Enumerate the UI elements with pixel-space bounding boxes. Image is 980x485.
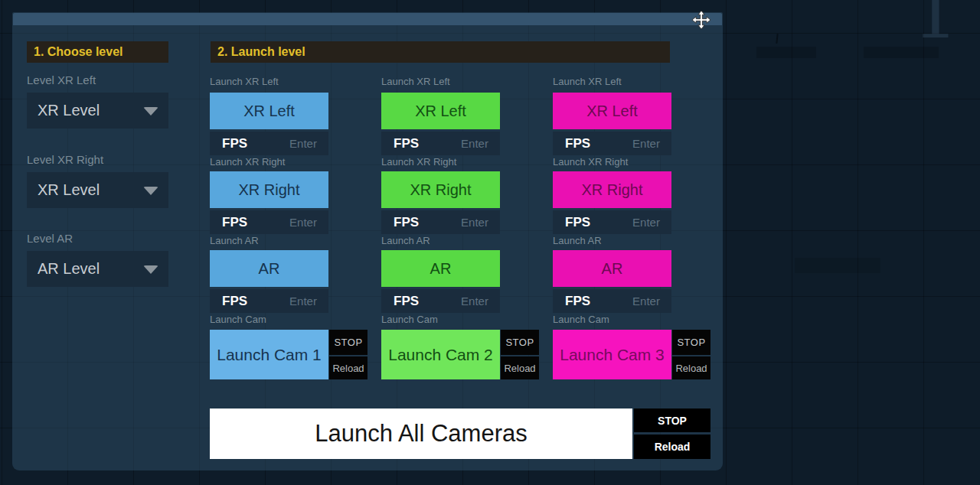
launch-xr-right-label: Launch XR Right (210, 156, 285, 168)
level-ar-label: Level AR (27, 232, 73, 245)
launch-level-header: 2. Launch level (211, 41, 670, 63)
launch-cam-1-button[interactable]: Launch Cam 1 (210, 330, 328, 379)
level-ar-value: AR Level (38, 260, 100, 278)
level-xr-right-label: Level XR Right (27, 153, 103, 166)
chevron-down-icon (143, 187, 158, 195)
fps-input-ar-green[interactable] (452, 291, 498, 311)
reload-cam-2-button[interactable]: Reload (501, 356, 539, 379)
fps-row: FPS (381, 289, 500, 313)
fps-row: FPS (553, 210, 671, 234)
level-xr-right-dropdown[interactable]: XR Level (27, 172, 168, 208)
launch-cam-label: Launch Cam (210, 314, 266, 325)
fps-row: FPS (210, 289, 328, 313)
level-xr-left-dropdown[interactable]: XR Level (27, 93, 168, 129)
xr-right-button-blue[interactable]: XR Right (210, 171, 328, 208)
launch-xr-left-label: Launch XR Left (210, 76, 279, 87)
level-ar-dropdown[interactable]: AR Level (27, 251, 168, 287)
stop-all-cameras-button[interactable]: STOP (634, 409, 710, 432)
launch-ar-label: Launch AR (381, 235, 430, 246)
background-artifact-band (756, 47, 816, 58)
fps-input-xr-left-blue[interactable] (280, 133, 326, 154)
launch-xr-left-label: Launch XR Left (381, 76, 450, 87)
fps-input-ar-blue[interactable] (280, 291, 326, 311)
fps-row: FPS (210, 210, 328, 234)
background-artifact-band (864, 47, 939, 58)
launch-cam-label: Launch Cam (381, 314, 438, 325)
xr-right-button-green[interactable]: XR Right (381, 171, 500, 208)
launch-cam-label: Launch Cam (553, 314, 609, 325)
stop-cam-1-button[interactable]: STOP (329, 330, 368, 355)
level-xr-left-label: Level XR Left (27, 73, 96, 86)
ar-button-blue[interactable]: AR (210, 250, 328, 287)
launch-xr-left-label: Launch XR Left (553, 76, 622, 87)
xr-left-button-magenta[interactable]: XR Left (553, 93, 671, 129)
fps-row: FPS (381, 210, 500, 234)
fps-label: FPS (394, 215, 419, 230)
reload-all-cameras-button[interactable]: Reload (634, 435, 710, 459)
fps-label: FPS (394, 294, 419, 309)
level-xr-left-value: XR Level (38, 102, 100, 119)
background-watermark-1: 1 (913, 0, 959, 49)
ar-button-green[interactable]: AR (381, 250, 500, 287)
fps-input-xr-right-blue[interactable] (280, 212, 326, 233)
fps-input-xr-right-green[interactable] (452, 212, 498, 233)
launcher-panel: 1. Choose level Level XR Left XR Level L… (12, 12, 723, 470)
xr-left-button-green[interactable]: XR Left (381, 93, 500, 129)
fps-row: FPS (553, 132, 671, 155)
fps-label: FPS (222, 136, 247, 151)
fps-input-xr-left-green[interactable] (452, 133, 498, 154)
fps-label: FPS (565, 215, 590, 230)
launch-all-cameras-button[interactable]: Launch All Cameras (210, 409, 632, 459)
fps-row: FPS (210, 132, 328, 155)
fps-label: FPS (565, 136, 590, 151)
xr-right-button-magenta[interactable]: XR Right (553, 171, 671, 208)
fps-label: FPS (565, 294, 590, 309)
launch-ar-label: Launch AR (553, 235, 602, 246)
fps-label: FPS (222, 294, 247, 309)
chevron-down-icon (143, 107, 158, 116)
launch-ar-label: Launch AR (210, 235, 259, 246)
fps-label: FPS (394, 136, 419, 151)
xr-left-button-blue[interactable]: XR Left (210, 93, 328, 129)
window-drag-bar[interactable] (13, 13, 722, 25)
launch-cam-3-button[interactable]: Launch Cam 3 (553, 330, 671, 379)
launch-cam-2-button[interactable]: Launch Cam 2 (381, 330, 500, 379)
fps-input-ar-magenta[interactable] (623, 291, 669, 311)
text-cursor-artifact (776, 34, 778, 44)
ar-button-magenta[interactable]: AR (553, 250, 671, 287)
reload-cam-3-button[interactable]: Reload (672, 356, 710, 379)
reload-cam-1-button[interactable]: Reload (329, 356, 368, 379)
fps-input-xr-left-magenta[interactable] (623, 133, 669, 154)
fps-row: FPS (553, 289, 671, 313)
fps-label: FPS (222, 215, 247, 230)
level-xr-right-value: XR Level (38, 181, 100, 199)
fps-row: FPS (381, 132, 500, 155)
chevron-down-icon (143, 265, 158, 274)
move-cursor-icon (691, 10, 711, 30)
fps-input-xr-right-magenta[interactable] (623, 212, 669, 233)
launch-xr-right-label: Launch XR Right (381, 156, 456, 168)
background-artifact-band (795, 258, 880, 273)
launch-xr-right-label: Launch XR Right (553, 156, 628, 168)
stop-cam-3-button[interactable]: STOP (672, 330, 710, 355)
stop-cam-2-button[interactable]: STOP (501, 330, 539, 355)
choose-level-header: 1. Choose level (27, 41, 168, 63)
